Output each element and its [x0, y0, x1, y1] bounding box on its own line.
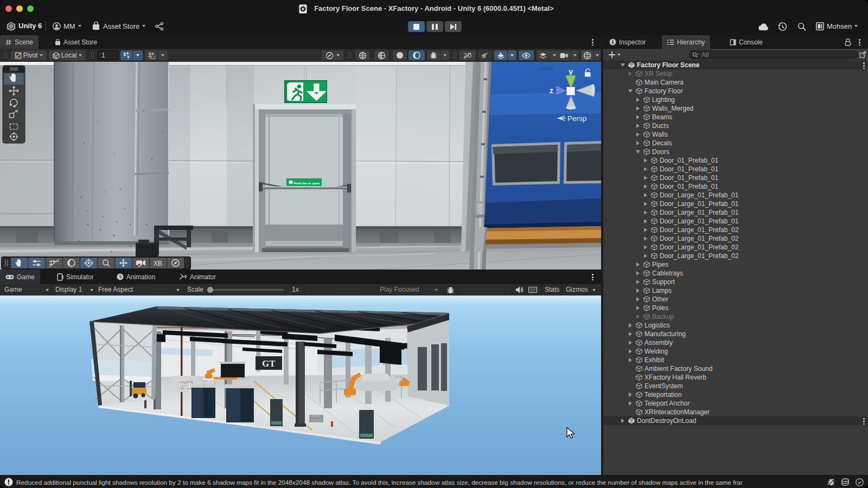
svg-text:y: y: [569, 67, 573, 76]
svg-text:Persp: Persp: [567, 114, 586, 123]
svg-text:GT: GT: [262, 358, 276, 369]
svg-text:Push bar to open: Push bar to open: [293, 181, 320, 185]
svg-text:z: z: [550, 86, 553, 95]
svg-text:XB: XB: [154, 260, 162, 267]
